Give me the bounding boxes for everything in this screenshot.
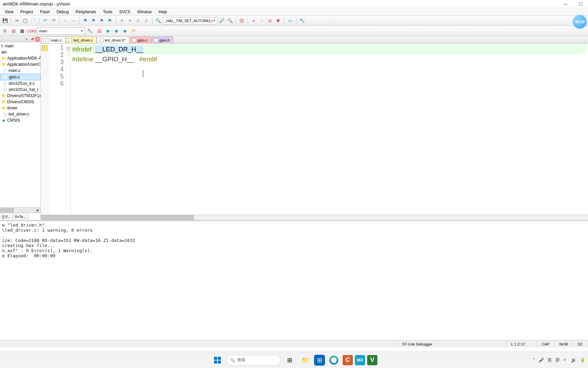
nav-forward-icon[interactable]: → [70, 17, 77, 25]
tab-gpio-c[interactable]: gpio.c [130, 36, 151, 43]
sidebar-tab-functions[interactable]: {} F... [0, 213, 13, 220]
tree-file-it[interactable]: 📄stm32f1xx_it.c [0, 80, 40, 87]
tab-main-c[interactable]: main.c [43, 36, 65, 43]
app-uvision-icon[interactable]: V [367, 355, 377, 365]
sidebar-hscroll[interactable]: ▶ [0, 207, 40, 213]
tree-file-gpio[interactable]: 📄gpio.c [0, 74, 40, 80]
start-button[interactable] [211, 353, 224, 367]
download-icon[interactable]: LOAD [28, 27, 35, 35]
editor-body[interactable]: ! 1 2 3 4 5 6 − #ifndef __LED_DR_H__ #de… [41, 44, 588, 215]
outdent-icon[interactable]: ≡ [126, 17, 134, 25]
tray-battery-icon[interactable]: 🔋 [580, 357, 585, 363]
menu-svcs[interactable]: SVCS [116, 9, 134, 15]
scroll-right-icon[interactable]: ▶ [35, 208, 40, 213]
rebuild-icon[interactable]: ▦ [18, 27, 26, 35]
app-icon[interactable]: C [343, 355, 353, 365]
bookmark-clear-icon[interactable]: ⚑ [106, 17, 114, 25]
breakpoint-insert-icon[interactable]: ● [250, 17, 258, 25]
tree-file-hal[interactable]: 📄stm32f1xx_hal_r [0, 87, 40, 93]
breakpoint-kill-icon[interactable]: ✖ [275, 17, 282, 25]
warning-icon[interactable]: ! [42, 45, 47, 51]
bookmark-prev-icon[interactable]: ⚑ [90, 17, 97, 25]
task-view-icon[interactable]: ⊞ [283, 353, 296, 367]
configure-icon[interactable]: 🔧 [298, 17, 306, 25]
menu-flash[interactable]: Flash [36, 9, 53, 15]
tray-mic-icon[interactable]: 🎤 [539, 357, 544, 363]
build-output[interactable]: e "led_driver.h" \led_driver.c: 1 warnin… [0, 220, 588, 271]
tree-group-drvier[interactable]: 📁drvier [0, 105, 40, 111]
target-options-icon[interactable]: 🔧 [86, 27, 94, 35]
find-icon[interactable]: 🔎 [218, 17, 226, 25]
target-combo[interactable]: main ▼ [37, 27, 85, 35]
window-layout-icon[interactable]: ▭ [287, 17, 294, 25]
translate-icon[interactable]: ⎘ [1, 27, 9, 35]
nav-back-icon[interactable]: ← [62, 17, 69, 25]
tray-ime-mode[interactable]: 拼 [555, 357, 560, 363]
undo-icon[interactable]: ↶ [42, 17, 49, 25]
find-combo[interactable]: _HAL_TIM_SET_AUTOREL( ▼ [163, 17, 217, 25]
debug-start-icon[interactable]: ⓓ [238, 17, 246, 25]
build-icon[interactable]: ▦ [10, 27, 17, 35]
code-area[interactable]: #ifndef __LED_DR_H__ #define __GPIO_H__ … [71, 44, 588, 215]
reload-packs-icon[interactable]: ⟳ [130, 27, 137, 35]
redo-icon[interactable]: ↷ [50, 17, 57, 25]
save-all-icon[interactable]: 💾 [1, 17, 9, 25]
store-icon[interactable]: ⊞ [314, 355, 325, 366]
tray-chevron-icon[interactable]: ˄ [533, 357, 535, 363]
menu-window[interactable]: Window [134, 9, 155, 15]
sidebar-dropdown-icon[interactable]: ▾ [24, 37, 29, 42]
menu-view[interactable]: View [1, 9, 17, 15]
menu-peripherals[interactable]: Peripherals [72, 9, 100, 15]
menu-project[interactable]: Project [17, 9, 36, 15]
manage-project-icon[interactable]: 品 [96, 27, 103, 35]
tab-led-driver-h[interactable]: led_driver.h* [97, 36, 129, 43]
tab-gpio-h[interactable]: gpio.h [151, 36, 173, 43]
sidebar-tab-templates[interactable]: 0+Te... [13, 213, 29, 220]
fold-toggle-icon[interactable]: − [67, 47, 70, 50]
tray-ime-lang[interactable]: 英 [548, 357, 552, 363]
tree-target[interactable]: ain [0, 49, 40, 55]
explorer-icon[interactable]: 📁 [298, 353, 312, 367]
app-mx-icon[interactable]: MX [355, 355, 365, 365]
tray-volume-icon[interactable]: 🔊 [571, 357, 576, 363]
breakpoint-disable-icon[interactable]: ⊘ [266, 17, 274, 25]
tree-group-user[interactable]: 📁Application/User/C [0, 61, 40, 67]
minimize-button[interactable]: — [558, 0, 573, 8]
edge-icon[interactable] [327, 353, 341, 367]
sidebar-close-icon[interactable]: ✕ [35, 37, 40, 42]
select-pack-icon[interactable]: ◆ [113, 27, 120, 35]
tree-group-drivers[interactable]: 📁Drivers/STM32F1xx_ [0, 93, 40, 99]
tab-led-driver-c[interactable]: led_driver.c [66, 36, 96, 43]
tray-wifi-icon[interactable]: ᯤ [563, 357, 568, 363]
tree-project-root[interactable]: t: main [0, 43, 40, 49]
tree-file-led[interactable]: 📄led_driver.c [0, 111, 40, 117]
breakpoint-enable-icon[interactable]: ○ [258, 17, 266, 25]
pack-installer-icon[interactable]: ◆ [121, 27, 129, 35]
menu-debug[interactable]: Debug [53, 9, 72, 15]
maximize-button[interactable]: ☐ [573, 0, 588, 8]
code-line: #endif [140, 56, 157, 63]
bookmark-next-icon[interactable]: ⚑ [98, 17, 105, 25]
scrollbar-thumb[interactable] [0, 208, 14, 213]
menu-tools[interactable]: Tools [100, 9, 116, 15]
sidebar-pin-icon[interactable]: 📌 [30, 37, 34, 42]
tree-group-cmsis[interactable]: 📁Drivers/CMSIS [0, 99, 40, 105]
menu-help[interactable]: Help [155, 9, 170, 15]
taskbar-search[interactable]: 🔍 搜索 [226, 355, 281, 366]
tree-group-mdk[interactable]: 📁Application/MDK-A [0, 55, 40, 61]
tree-group-cmsis2[interactable]: ◆CMSIS [0, 117, 40, 123]
uncomment-icon[interactable]: // [143, 17, 150, 25]
manage-rte-icon[interactable]: ◆ [104, 27, 112, 35]
scrollbar-thumb[interactable] [41, 215, 194, 220]
bookmark-toggle-icon[interactable]: ⚑ [82, 17, 89, 25]
incremental-find-icon[interactable]: 🔍 [226, 17, 234, 25]
copy-icon[interactable]: 📋 [21, 17, 29, 25]
paste-icon[interactable]: 📄 [30, 17, 37, 25]
tree-file-main[interactable]: 📄main.c [0, 67, 40, 74]
project-tree[interactable]: t: main ain 📁Application/MDK-A 📁Applicat… [0, 42, 40, 207]
find-in-files-icon[interactable]: 🔍 [154, 17, 162, 25]
cut-icon[interactable]: ✂ [13, 17, 21, 25]
editor-hscroll[interactable] [41, 215, 588, 220]
comment-icon[interactable]: // [134, 17, 142, 25]
indent-icon[interactable]: ≡ [118, 17, 126, 25]
